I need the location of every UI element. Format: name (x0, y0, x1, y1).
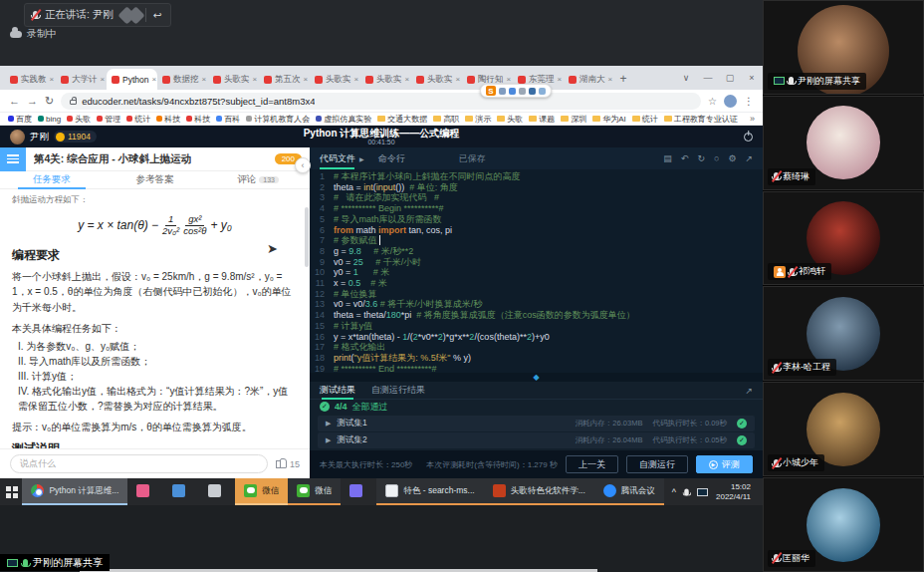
taskbar-app-button[interactable] (127, 478, 163, 505)
participant-tile[interactable]: 蔡绮琳 (763, 96, 924, 190)
file-tree-icon[interactable]: ▤ (663, 153, 672, 163)
tab-close-icon[interactable]: × (253, 75, 258, 84)
code-line[interactable]: 7# 参数赋值 (310, 235, 763, 246)
back-icon[interactable]: ← (9, 95, 20, 107)
code-line[interactable]: 18print("y值计算结果为: %.5f米" % y) (310, 353, 763, 364)
code-line[interactable]: 13v0 = v0/3.6 # 将千米/小时换算成米/秒 (310, 299, 763, 310)
participant-tile[interactable]: 李林-哈工程 (763, 286, 924, 381)
new-tab-button[interactable]: + (614, 70, 632, 88)
tab-code-file[interactable]: 代码文件 ▶ (320, 147, 364, 169)
bookmark-item[interactable]: 工程教育专业认证 (664, 114, 738, 125)
tab-close-icon[interactable]: × (50, 75, 55, 84)
undo-icon[interactable]: ↶ (681, 153, 689, 163)
tab-close-icon[interactable]: × (507, 75, 512, 84)
evaluate-button[interactable]: ▶ 评测 (696, 455, 753, 473)
code-line[interactable]: 14theta = theta/180*pi # 将角度换算成弧度（注意cos函… (310, 310, 763, 321)
test-set-row[interactable]: ▶ 测试集1 消耗内存：26.03MB 代码执行时长：0.09秒 ✓ (318, 416, 755, 431)
taskbar-app-button[interactable]: 特色 - search-ms... (376, 478, 483, 505)
menu-icon[interactable]: ⋮ (744, 96, 754, 107)
user-avatar[interactable] (10, 130, 25, 144)
reload-icon[interactable]: ↻ (45, 95, 54, 108)
file-caret-icon[interactable]: ▶ (359, 155, 364, 162)
omnibox[interactable]: educoder.net/tasks/94ncxbzt875t?subject_… (61, 93, 701, 110)
test-set-row[interactable]: ▶ 测试集2 消耗内存：26.04MB 代码执行时长：0.05秒 ✓ (318, 432, 755, 448)
like-control[interactable]: 15 (276, 459, 300, 469)
splitter-handle-icon[interactable]: ◆ (533, 373, 539, 382)
panel-collapse-button[interactable]: ‹ (295, 157, 311, 173)
bookmark-item[interactable]: 管理 (97, 114, 120, 125)
participant-tile[interactable]: 小城少年 (763, 382, 924, 476)
bookmark-item[interactable]: 科技 (156, 114, 180, 125)
history-icon[interactable]: ○ (714, 153, 719, 163)
bookmark-item[interactable]: 虚拟仿真实验 (316, 114, 371, 125)
code-line[interactable]: 6from math import tan, cos, pi (310, 225, 763, 236)
participant-tile[interactable]: 祁鸿轩 (763, 191, 924, 286)
profile-avatar[interactable] (724, 95, 737, 108)
code-line[interactable]: 17# 格式化输出 (310, 342, 763, 353)
code-line[interactable]: 8g = 9.8 # 米/秒**2 (310, 246, 763, 257)
code-line[interactable]: 5# 导入math库以及所需函数 (310, 214, 763, 225)
bookmark-item[interactable]: 交通大数据 (377, 114, 427, 125)
taskbar-app-button[interactable]: 微信 (235, 478, 288, 505)
expand-caret-icon[interactable]: ▶ (326, 420, 331, 428)
close-button[interactable]: × (741, 73, 763, 83)
ime-emoji-icon[interactable] (509, 88, 516, 95)
menu-burger-button[interactable] (0, 147, 26, 171)
code-line[interactable]: 12# 单位换算 (310, 289, 763, 300)
tab-command-line[interactable]: 命令行 (378, 147, 405, 169)
bookmark-item[interactable]: 百度 (8, 114, 32, 125)
tab-test-results[interactable]: 测试结果 (320, 382, 355, 400)
taskbar-app-button[interactable]: Python 计算思维... (22, 478, 127, 505)
taskbar-app-button[interactable] (199, 478, 235, 505)
tab-selftest-results[interactable]: 自测运行结果 (371, 382, 425, 400)
expand-caret-icon[interactable]: ▶ (326, 436, 331, 444)
ime-settings-icon[interactable] (539, 88, 546, 95)
bookmark-item[interactable]: 高职 (433, 114, 459, 125)
task-panel-tab[interactable]: 参考答案 (104, 171, 207, 188)
taskbar-app-button[interactable]: 微信 (288, 478, 341, 505)
taskbar-app-button[interactable] (341, 478, 376, 505)
expand-results-icon[interactable]: ↗ (745, 386, 753, 396)
taskbar-app-button[interactable] (163, 478, 199, 505)
code-line[interactable]: 10y0 = 1 # 米 (310, 267, 763, 278)
code-line[interactable]: 19# ********** End **********# (310, 364, 763, 373)
bookmark-item[interactable]: 头歌 (497, 114, 523, 125)
bookmark-item[interactable]: 统计 (632, 114, 658, 125)
browser-tab[interactable]: 头歌实 × (208, 69, 259, 90)
code-line[interactable]: 15# 计算y值 (310, 321, 763, 332)
restore-icon[interactable]: ↩ (153, 9, 162, 21)
tab-close-icon[interactable]: × (101, 75, 106, 84)
reset-icon[interactable]: ↻ (697, 153, 705, 163)
bookmark-star-icon[interactable]: ☆ (708, 96, 717, 107)
forward-icon[interactable]: → (27, 95, 38, 107)
tab-close-icon[interactable]: × (558, 75, 563, 84)
bookmark-item[interactable]: 深圳 (561, 114, 586, 125)
exit-icon[interactable] (744, 133, 753, 142)
taskbar-app-button[interactable]: 腾讯会议 (594, 478, 664, 505)
task-panel-tab[interactable]: 任务要求 (0, 171, 104, 188)
ime-toolbar[interactable]: S (480, 84, 552, 98)
participant-tile[interactable]: 尹刚的屏幕共享 (763, 0, 924, 95)
bookmark-item[interactable]: 演示 (465, 114, 491, 125)
browser-tab[interactable]: Python × (107, 69, 157, 90)
tray-display-icon[interactable] (697, 488, 708, 496)
code-line[interactable]: 9v0 = 25 # 千米/小时 (310, 257, 763, 268)
selftest-button[interactable]: 自测运行 (626, 455, 688, 473)
code-line[interactable]: 16y = x*tan(theta) - 1/(2*v0**2)*g*x**2/… (310, 332, 763, 343)
panel-scrollbar[interactable] (305, 207, 309, 267)
tab-close-icon[interactable]: × (354, 75, 359, 84)
settings-gear-icon[interactable]: ⚙ (728, 153, 736, 163)
taskbar-app-button[interactable]: 头歌特色化软件学... (484, 478, 594, 505)
bookmark-item[interactable]: 华为AI (592, 114, 626, 125)
taskbar-clock[interactable]: 15:02 2022/4/11 (716, 482, 755, 502)
prev-level-button[interactable]: 上一关 (566, 455, 618, 473)
comment-input[interactable]: 说点什么 (10, 454, 268, 473)
bookmark-item[interactable]: 科技 (186, 114, 210, 125)
bookmark-item[interactable]: 统计 (126, 114, 150, 125)
speaking-bar[interactable]: 正在讲话: 尹刚 ↩ (24, 3, 171, 27)
thumbs-up-icon[interactable] (276, 459, 287, 468)
browser-tab[interactable]: 大学计 × (56, 69, 107, 90)
code-line[interactable]: 3# 请在此添加实现代码 # (310, 192, 763, 203)
code-line[interactable]: 4# ********** Begin **********# (310, 203, 763, 214)
bookmark-item[interactable]: 头歌 (67, 114, 91, 125)
